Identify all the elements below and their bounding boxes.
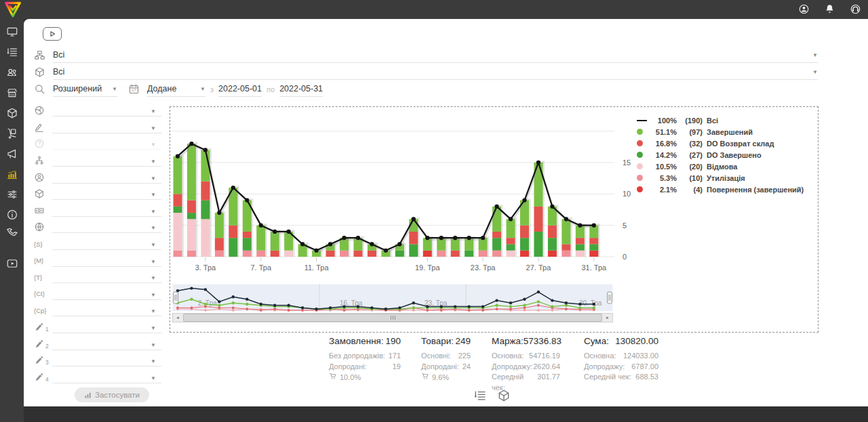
legend-percent: 100% [649,117,677,125]
filter-select[interactable]: ▼ [52,104,161,117]
filter-select[interactable]: ▼ [52,271,161,283]
legend-line-marker [637,120,649,121]
apply-button[interactable]: Застосувати [75,387,149,402]
statuses-group-select[interactable]: Всі ▼ [53,48,818,63]
brace-icon: {Cp} [34,307,52,314]
chevron-down-icon: ▼ [200,86,205,92]
account-icon[interactable] [798,3,810,15]
filter-select[interactable]: ▼ [52,255,161,267]
sidebar-statistics-icon[interactable] [6,168,18,180]
chevron-down-icon: ▼ [812,52,818,58]
list-view-toggle[interactable] [473,389,487,402]
legend-label: Повернення (завершений) [707,186,804,194]
chart-scrollbar: ◄ ► [172,313,613,322]
filter-select[interactable]: ▼ [52,288,161,300]
svg-text:31. Тра: 31. Тра [581,263,607,272]
legend-percent: 2.1% [649,186,677,194]
content-card: Всі ▼ Всі ▼ Розширений ▼ 17 Додане ▼ з 2… [24,19,868,406]
calendar-icon: 17 [128,83,140,95]
support-icon[interactable] [850,3,861,15]
filter-row-package: ▼ [34,186,163,203]
help-icon [34,138,52,149]
sidebar-monitor-icon[interactable] [6,26,18,38]
stat-title-value: 249 [455,336,471,346]
scrollbar-right-arrow-icon[interactable]: ► [603,314,612,322]
filter-select[interactable]: ▼ [52,138,161,150]
sidebar-orders-list-icon[interactable] [6,46,18,58]
scrollbar-thumb[interactable] [183,314,602,322]
legend-dot-marker [637,163,649,169]
filter-select[interactable]: ▼ [52,354,161,366]
filter-select[interactable]: ▼ [52,121,161,133]
stat-title-label: Замовлення: [329,336,384,346]
chart-panel: 0510153. Тра7. Тра11. Тра19. Тра23. Тра2… [170,106,818,333]
chart-legend: 100%(190)Всі51.1%(97)Завершений16.8%(32)… [637,114,816,195]
navigator-handle[interactable] [174,292,178,303]
filter-select[interactable]: ▼ [52,338,161,350]
sidebar-partners-icon[interactable] [6,226,18,238]
sidebar-video-icon[interactable] [6,257,18,270]
video-tutorial-button[interactable] [43,27,62,41]
manager-icon [34,172,52,183]
legend-count: (27) [677,151,703,159]
chevron-down-icon: ▼ [151,192,156,198]
scrollbar-left-arrow-icon[interactable]: ◄ [173,314,182,322]
legend-dot-marker [637,186,649,192]
filter-select[interactable]: ▼ [52,238,161,250]
svg-text:10: 10 [623,190,631,198]
sidebar-marketing-icon[interactable] [6,148,18,160]
date-field-select[interactable]: Додане ▼ [147,82,205,97]
sidebar-info-icon[interactable] [6,209,18,221]
sidebar-products-icon[interactable] [6,107,18,119]
legend-count: (20) [677,163,703,171]
date-to-input[interactable]: 2022-05-31 [279,82,323,97]
legend-dot-marker [637,152,649,158]
filter-row-signature: ▼ [34,119,163,136]
sidebar-store-icon[interactable] [6,87,18,99]
legend-item[interactable]: 100%(190)Всі [637,114,816,126]
search-mode-select[interactable]: Розширений ▼ [53,82,117,97]
filter-row-t: {T}▼ [34,269,163,286]
stat-title-label: Маржа: [492,336,524,346]
legend-item[interactable]: 14.2%(27)DO Завершено [637,149,816,161]
filter-select[interactable]: ▼ [52,205,161,217]
filter-select[interactable]: ▼ [52,188,161,200]
stat-orders: Замовлення:190 Без допродажів:171 Допрод… [329,336,401,383]
filter-select[interactable]: ▼ [52,321,161,333]
apply-button-label: Застосувати [95,391,140,399]
sidebar-supply-icon[interactable] [6,127,18,140]
filter-row-hierarchy: ▼ [34,152,163,169]
svg-text:23. Тра: 23. Тра [471,263,496,272]
product-select[interactable]: Всі ▼ [53,65,818,80]
notifications-icon[interactable] [824,3,835,15]
date-from-input[interactable]: 2022-05-01 [218,82,262,97]
navigator-handle[interactable] [608,292,612,303]
filter-select[interactable]: ▼ [52,154,161,167]
filter-select[interactable]: ▼ [52,171,161,184]
legend-dot-marker [637,140,649,146]
legend-count: (190) [677,117,703,125]
legend-item[interactable]: 51.1%(97)Завершений [637,126,816,138]
filter-row-pencil3: 3▼ [34,352,163,369]
legend-item[interactable]: 5.3%(10)Утилізація [637,172,816,184]
legend-item[interactable]: 10.5%(20)Відмова [637,161,816,172]
sidebar-settings-icon[interactable] [6,188,18,201]
chart-navigator[interactable]: 2. Тра16. Тра23. Тра30. Тра [172,284,613,312]
legend-item[interactable]: 16.8%(32)DO Возврат склад [637,138,816,149]
filter-select[interactable]: ▼ [52,371,161,383]
svg-text:27. Тра: 27. Тра [526,263,552,272]
topbar-icons [798,3,861,15]
products-view-toggle[interactable] [497,389,511,402]
sidebar-clients-icon[interactable] [6,66,18,79]
chevron-down-icon: ▼ [151,275,156,281]
legend-percent: 16.8% [649,140,677,148]
legend-item[interactable]: 2.1%(4)Повернення (завершений) [637,184,816,195]
filter-select[interactable]: ▼ [52,221,161,233]
filter-select[interactable]: ▼ [52,304,161,316]
svg-text:3. Тра: 3. Тра [195,263,216,272]
legend-count: (32) [677,140,703,148]
scrollbar-track[interactable] [182,314,603,322]
globe-icon [34,221,52,232]
svg-text:30. Тра: 30. Тра [579,299,602,307]
chevron-down-icon: ▼ [151,292,156,298]
